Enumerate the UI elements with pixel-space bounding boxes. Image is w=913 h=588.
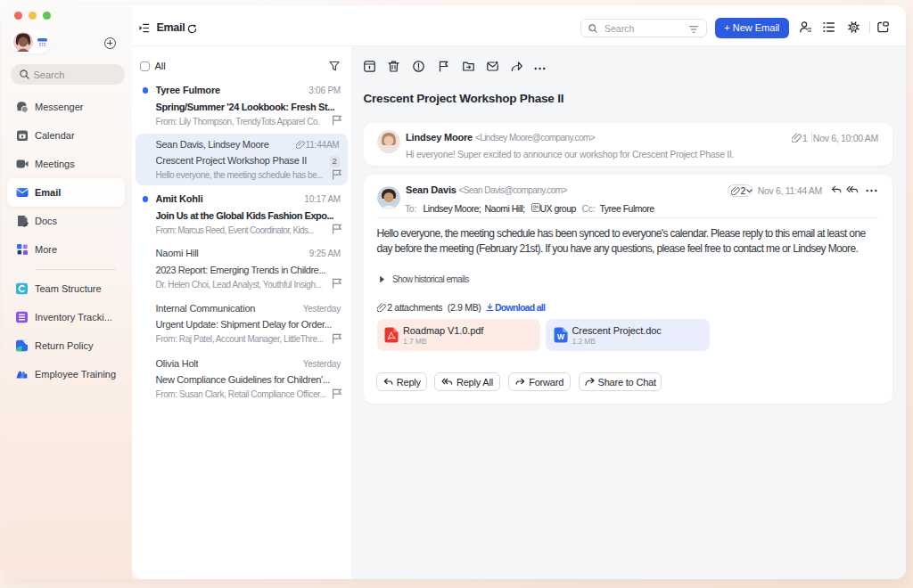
svg-text:W: W: [556, 332, 564, 341]
